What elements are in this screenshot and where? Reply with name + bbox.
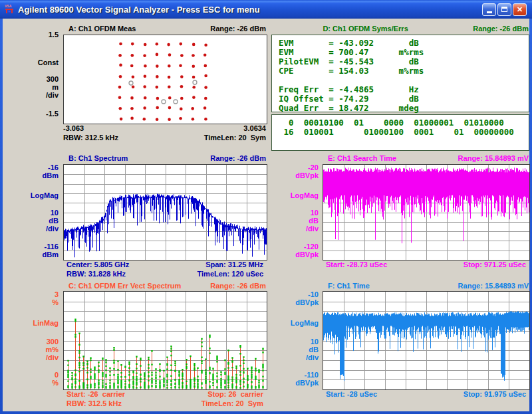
- constellation-plot[interactable]: [63, 35, 267, 124]
- y-axis-label: 0: [19, 371, 59, 379]
- y-axis-label: 1.5: [19, 31, 59, 39]
- center-freq-label: Center: 5.805 GHz: [66, 260, 129, 268]
- y-axis-label: /div: [279, 225, 319, 233]
- stop-time-label: Stop: 971.25 uSec: [464, 260, 526, 268]
- y-axis-label: dB: [279, 346, 319, 354]
- y-axis-label: 10: [279, 209, 319, 217]
- symbol-bits-text: 0 00010100 01 0000 01000001 01010000 16 …: [272, 115, 529, 137]
- y-axis-label: 300: [19, 338, 59, 346]
- app-icon: VSA: [4, 4, 15, 15]
- y-axis-label: LogMag: [19, 191, 59, 199]
- panel-e-range: Range: 15.84893 mV: [458, 154, 529, 162]
- search-time-plot[interactable]: [323, 164, 530, 260]
- panel-e-title: E: Ch1 Search Time: [328, 154, 396, 162]
- span-label: Span: 31.25 MHz: [205, 260, 263, 268]
- y-axis-label: Const: [19, 58, 59, 66]
- stop-time-label: Stop: 91.975 uSec: [464, 390, 526, 398]
- panel-c-title: C: Ch1 OFDM Err Vect Spectrum: [68, 282, 181, 290]
- y-axis-label: dBVpk: [279, 171, 319, 179]
- y-axis-label: /div: [19, 225, 59, 233]
- y-axis-label: -10: [279, 290, 319, 298]
- title-bar[interactable]: VSA Agilent 89600 Vector Signal Analyzer…: [0, 0, 532, 19]
- y-axis-label: dBm: [19, 251, 59, 259]
- stop-carrier-label: Stop: 26 carrier: [207, 390, 263, 398]
- panel-d-title: D: Ch1 OFDM Syms/Errs: [323, 25, 408, 33]
- svg-text:VSA: VSA: [5, 4, 12, 8]
- symbol-table-box[interactable]: 0 00010100 01 0000 01000001 01010000 16 …: [271, 114, 529, 151]
- rbw-label: RBW: 31.828 kHz: [66, 270, 126, 278]
- y-axis-label: dBVpk: [279, 298, 319, 306]
- y-axis-label: dB: [19, 217, 59, 225]
- y-axis-label: -110: [279, 371, 319, 379]
- start-carrier-label: Start: -26 carrier: [66, 390, 125, 398]
- panel-c-range: Range: -26 dBm: [210, 282, 266, 290]
- time-plot[interactable]: [323, 291, 530, 390]
- y-axis-label: /div: [19, 91, 59, 99]
- y-axis-label: dBVpk: [279, 251, 319, 259]
- y-axis-label: -1.5: [19, 110, 59, 118]
- app-window: VSA Agilent 89600 Vector Signal Analyzer…: [0, 0, 532, 414]
- start-time-label: Start: -28.73 uSec: [326, 260, 387, 268]
- y-axis-label: dBm: [19, 171, 59, 179]
- panel-b-range: Range: -26 dBm: [210, 154, 266, 162]
- y-axis-label: m%: [19, 346, 59, 354]
- panel-b-title: B: Ch1 Spectrum: [68, 154, 128, 162]
- y-axis-label: /div: [279, 354, 319, 362]
- maximize-button[interactable]: [497, 3, 511, 16]
- spectrum-plot[interactable]: [63, 164, 267, 260]
- rbw-label: RBW: 312.5 kHz: [63, 134, 118, 142]
- minimize-button[interactable]: [482, 3, 496, 16]
- y-axis-label: LogMag: [279, 319, 319, 327]
- y-axis-label: LogMag: [279, 191, 319, 199]
- panel-f-range: Range: 15.84893 mV: [458, 282, 529, 290]
- timelen-label: TimeLen: 20 Sym: [204, 134, 266, 142]
- panel-d-range: Range: -26 dBm: [473, 25, 529, 33]
- y-axis-label: %: [19, 298, 59, 306]
- err-vect-spectrum-plot[interactable]: [63, 291, 267, 390]
- y-axis-label: -16: [19, 163, 59, 171]
- maximize-icon: [501, 7, 507, 12]
- x-min-label: -3.063: [63, 124, 84, 132]
- panel-f-title: F: Ch1 Time: [328, 282, 370, 290]
- y-axis-label: 10: [19, 209, 59, 217]
- y-axis-label: dBVpk: [279, 379, 319, 387]
- y-axis-label: %: [19, 379, 59, 387]
- rbw-label: RBW: 312.5 kHz: [66, 399, 122, 407]
- minimize-icon: [487, 11, 492, 13]
- evm-results-text: EVM = -43.092 dB EVM = 700.47 m%rms Pilo…: [272, 35, 529, 113]
- panel-a-title: A: Ch1 OFDM Meas: [68, 25, 136, 33]
- x-max-label: 3.0634: [243, 124, 266, 132]
- y-axis-label: -20: [279, 163, 319, 171]
- y-axis-label: 3: [19, 290, 59, 298]
- y-axis-label: /div: [19, 354, 59, 362]
- window-title: Agilent 89600 Vector Signal Analyzer - P…: [18, 5, 260, 15]
- y-axis-label: m: [19, 83, 59, 91]
- close-button[interactable]: ✕: [513, 3, 527, 16]
- y-axis-label: LinMag: [19, 319, 59, 327]
- window-controls: ✕: [482, 3, 532, 16]
- evm-results-box[interactable]: EVM = -43.092 dB EVM = 700.47 m%rms Pilo…: [271, 35, 529, 112]
- timelen-label: TimeLen: 20 Sym: [201, 399, 263, 407]
- y-axis-label: -120: [279, 243, 319, 251]
- panel-a-range: Range: -26 dBm: [210, 25, 266, 33]
- y-axis-label: 10: [279, 338, 319, 346]
- start-time-label: Start: -28 uSec: [326, 390, 377, 398]
- y-axis-label: dB: [279, 217, 319, 225]
- timelen-label: TimeLen: 120 uSec: [198, 270, 263, 278]
- y-axis-label: 300: [19, 75, 59, 83]
- y-axis-label: -116: [19, 243, 59, 251]
- close-icon: ✕: [517, 6, 523, 13]
